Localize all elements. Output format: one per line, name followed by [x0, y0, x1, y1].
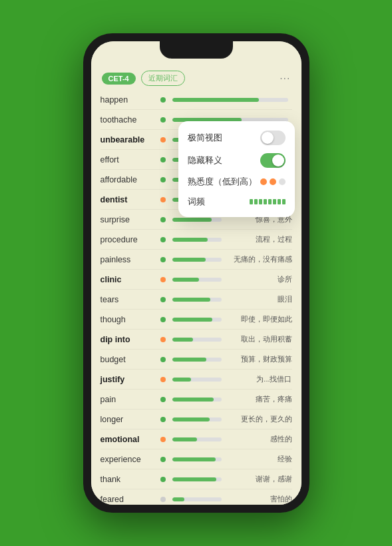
word-text: thank — [100, 475, 160, 484]
word-meaning: 痛苦，疼痛 — [226, 394, 292, 404]
familiarity-label: 熟悉度（低到高） — [188, 176, 257, 188]
word-meaning: 感性的 — [226, 434, 292, 444]
word-progress-bar — [172, 398, 222, 402]
tag-recent[interactable]: 近期词汇 — [141, 71, 185, 86]
frequency-bar — [250, 199, 286, 204]
word-text: painless — [100, 255, 160, 264]
word-text: effort — [100, 155, 160, 164]
word-dot — [160, 257, 166, 262]
word-progress-bar — [172, 358, 222, 362]
familiarity-row: 熟悉度（低到高） — [188, 176, 286, 188]
word-dot — [160, 297, 166, 302]
word-progress-fill — [172, 98, 260, 102]
word-row[interactable]: justify为...找借口 — [100, 370, 292, 390]
word-progress-fill — [172, 398, 214, 402]
word-text: happen — [100, 95, 160, 105]
word-meaning: 更长的，更久的 — [226, 414, 292, 424]
hide-meaning-label: 隐藏释义 — [188, 154, 222, 166]
word-row[interactable]: tears眼泪 — [100, 290, 292, 310]
word-dot — [160, 237, 166, 242]
word-meaning: 经验 — [226, 454, 292, 464]
word-row[interactable]: dip into取出，动用积蓄 — [100, 330, 292, 350]
word-progress-bar — [172, 218, 222, 222]
word-text: toothache — [100, 115, 160, 125]
tag-cet4[interactable]: CET-4 — [102, 73, 136, 85]
freq-seg-3 — [259, 199, 262, 204]
word-text: clinic — [100, 275, 160, 284]
word-row[interactable]: feared害怕的 — [100, 489, 292, 505]
word-meaning: 害怕的 — [226, 494, 292, 504]
word-text: budget — [100, 355, 160, 364]
word-progress-fill — [172, 298, 211, 302]
word-progress-fill — [172, 417, 210, 421]
word-row[interactable]: pain痛苦，疼痛 — [100, 390, 292, 410]
word-progress-bar — [172, 238, 222, 242]
word-row[interactable]: emotional感性的 — [100, 429, 292, 449]
word-progress-fill — [172, 437, 197, 441]
word-progress-bar — [172, 338, 222, 342]
screen-content: CET-4 近期词汇 ··· happentoothacheunbearable… — [91, 41, 301, 505]
word-dot — [160, 117, 166, 123]
word-progress-fill — [172, 258, 206, 262]
word-text: pain — [100, 395, 160, 404]
word-text: dip into — [100, 335, 160, 344]
word-row[interactable]: painless无痛的，没有痛感 — [100, 250, 292, 270]
word-progress-fill — [172, 378, 191, 382]
word-progress-fill — [172, 278, 200, 282]
word-progress-fill — [172, 497, 185, 501]
word-row[interactable]: thank谢谢，感谢 — [100, 469, 292, 489]
word-text: though — [100, 315, 160, 324]
word-row[interactable]: though即使，即便如此 — [100, 310, 292, 330]
hide-meaning-toggle[interactable] — [260, 153, 286, 168]
toggle-knob-2 — [272, 154, 284, 166]
simple-view-row: 极简视图 — [188, 131, 286, 145]
simple-view-toggle[interactable] — [260, 131, 286, 145]
fam-dot-2 — [270, 178, 276, 185]
word-row[interactable]: longer更长的，更久的 — [100, 410, 292, 429]
word-progress-bar — [172, 278, 222, 282]
frequency-label: 词频 — [188, 196, 205, 208]
word-row[interactable]: clinic诊所 — [100, 270, 292, 290]
word-progress-bar — [172, 497, 222, 501]
more-options-button[interactable]: ··· — [280, 73, 290, 85]
word-text: procedure — [100, 235, 160, 244]
freq-seg-2 — [254, 199, 258, 204]
word-progress-fill — [172, 358, 206, 362]
word-text: longer — [100, 415, 160, 424]
word-dot — [160, 157, 166, 162]
word-row[interactable]: experience经验 — [100, 449, 292, 469]
word-meaning: 即使，即便如此 — [226, 314, 292, 324]
word-meaning: 眼泪 — [226, 294, 292, 304]
word-dot — [160, 357, 166, 362]
word-meaning: 诊所 — [226, 274, 292, 284]
word-row[interactable]: budget预算，财政预算 — [100, 350, 292, 370]
word-dot — [160, 497, 166, 502]
word-progress-bar — [172, 98, 288, 102]
word-progress-fill — [172, 318, 213, 322]
notch — [160, 41, 233, 59]
word-progress-fill — [172, 457, 216, 461]
word-meaning: 预算，财政预算 — [226, 354, 292, 364]
word-row[interactable]: procedure流程，过程 — [100, 230, 292, 250]
freq-seg-7 — [278, 199, 281, 204]
word-progress-bar — [172, 258, 222, 262]
word-dot — [160, 177, 166, 182]
word-progress-bar — [172, 477, 222, 481]
simple-view-label: 极简视图 — [188, 132, 222, 144]
word-progress-fill — [172, 477, 217, 481]
word-row[interactable]: happen — [100, 90, 292, 110]
fam-dot-1 — [260, 178, 267, 185]
word-text: justify — [100, 375, 160, 384]
word-progress-bar — [172, 318, 222, 322]
freq-seg-4 — [264, 199, 267, 204]
word-dot — [160, 477, 166, 482]
word-text: tears — [100, 295, 160, 304]
word-dot — [160, 217, 166, 222]
word-progress-bar — [172, 378, 222, 382]
word-dot — [160, 97, 166, 103]
phone-screen: CET-4 近期词汇 ··· happentoothacheunbearable… — [91, 41, 301, 505]
word-dot — [160, 317, 166, 322]
toggle-knob — [262, 132, 274, 144]
word-progress-fill — [172, 338, 193, 342]
word-dot — [160, 137, 166, 142]
